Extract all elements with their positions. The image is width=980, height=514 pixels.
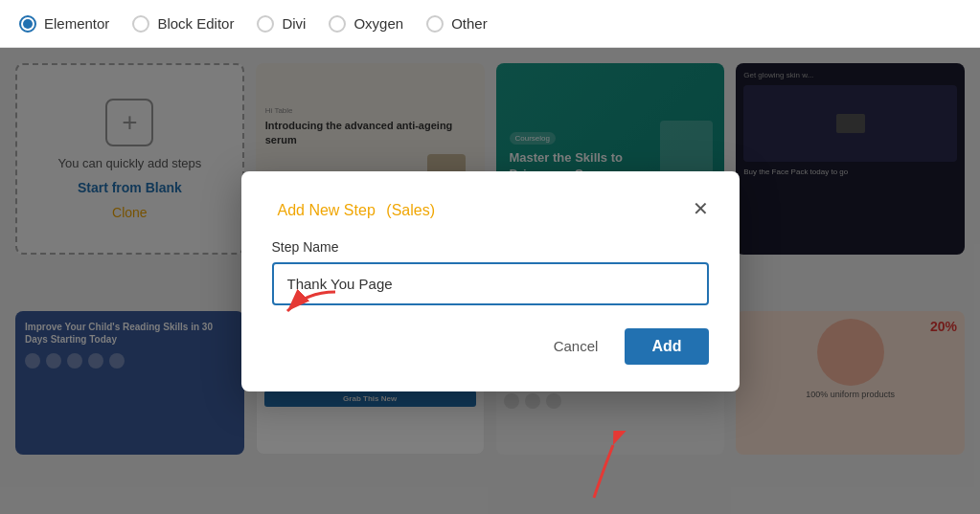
cancel-button[interactable]: Cancel xyxy=(538,330,614,362)
main-content: + You can quickly add steps Start from B… xyxy=(0,48,980,514)
modal-title: Add New Step (Sales) xyxy=(272,198,436,220)
modal-actions: Cancel Add xyxy=(272,328,709,365)
radio-elementor[interactable]: Elementor xyxy=(19,15,109,33)
radio-other[interactable]: Other xyxy=(426,15,488,33)
radio-circle-divi xyxy=(257,15,274,33)
radio-label-elementor: Elementor xyxy=(44,15,109,32)
add-button[interactable]: Add xyxy=(625,328,708,365)
step-name-input[interactable] xyxy=(272,262,709,305)
radio-label-divi: Divi xyxy=(282,15,306,32)
radio-label-oxygen: Oxygen xyxy=(353,15,403,32)
radio-label-other: Other xyxy=(451,15,488,32)
radio-label-block-editor: Block Editor xyxy=(157,15,234,32)
radio-circle-oxygen xyxy=(329,15,346,33)
radio-oxygen[interactable]: Oxygen xyxy=(329,15,403,33)
step-name-label: Step Name xyxy=(272,239,709,255)
radio-block-editor[interactable]: Block Editor xyxy=(132,15,234,33)
modal-header: Add New Step (Sales) ✕ xyxy=(272,198,709,220)
modal-close-button[interactable]: ✕ xyxy=(693,199,709,218)
radio-circle-block-editor xyxy=(132,15,149,33)
add-new-step-modal: Add New Step (Sales) ✕ Step Name Cancel … xyxy=(241,171,740,391)
radio-circle-other xyxy=(426,15,444,33)
radio-divi[interactable]: Divi xyxy=(257,15,306,33)
page-builder-selector: Elementor Block Editor Divi Oxygen Other xyxy=(0,0,980,48)
radio-circle-elementor xyxy=(19,15,36,33)
